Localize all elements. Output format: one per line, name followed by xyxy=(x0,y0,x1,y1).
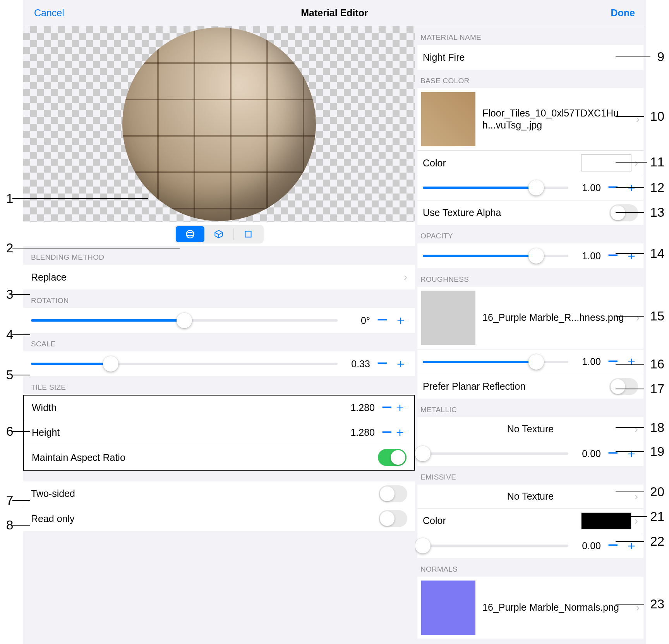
metallic-value: 0.00 xyxy=(574,448,601,459)
blending-method-row[interactable]: Replace › xyxy=(23,265,415,289)
roughness-planar-toggle[interactable] xyxy=(609,378,638,395)
tile-aspect-label: Maintain Aspect Ratio xyxy=(32,452,378,463)
metallic-slider-row: 0.00 − + xyxy=(417,441,643,466)
scale-value: 0.33 xyxy=(343,358,370,370)
svg-rect-2 xyxy=(245,231,251,237)
basecolor-slider[interactable] xyxy=(423,187,568,189)
roughness-texture-name: 16_Purple Marble_R...hness.png xyxy=(482,312,629,324)
callout-16: 16 xyxy=(650,357,664,372)
metallic-no-texture: No Texture xyxy=(507,423,554,435)
scale-increment[interactable]: + xyxy=(394,356,407,372)
material-name-row[interactable]: Night Fire xyxy=(417,45,643,70)
metallic-slider[interactable] xyxy=(423,452,568,455)
tile-height-value: 1.280 xyxy=(348,427,375,438)
header: Cancel Material Editor Done xyxy=(23,0,646,26)
roughness-slider[interactable] xyxy=(423,361,568,363)
tile-width-label: Width xyxy=(32,402,348,413)
tile-height-increment[interactable]: + xyxy=(393,425,407,440)
scale-slider[interactable] xyxy=(31,363,338,365)
callout-14: 14 xyxy=(650,246,664,261)
read-only-toggle[interactable] xyxy=(379,510,407,527)
rotation-slider[interactable] xyxy=(31,319,338,322)
preview-plane-button[interactable] xyxy=(234,226,262,242)
preview-sphere-button[interactable] xyxy=(176,226,204,242)
emissive-texture-row[interactable]: No Texture › xyxy=(417,485,643,509)
normals-thumb xyxy=(421,581,475,635)
basecolor-color-label: Color xyxy=(423,158,581,169)
roughness-decrement[interactable]: − xyxy=(606,359,619,363)
sphere-icon xyxy=(185,229,195,239)
tile-height-decrement[interactable]: − xyxy=(380,430,393,434)
read-only-row: Read only xyxy=(23,506,415,531)
section-scale: SCALE xyxy=(23,333,415,351)
basecolor-texture-row[interactable]: Floor_Tiles_10_0xl57TDXC1Huh...vuTsg_.jp… xyxy=(417,88,643,151)
rotation-value: 0° xyxy=(343,315,370,326)
callout-7: 7 xyxy=(6,493,13,508)
metallic-texture-row[interactable]: No Texture › xyxy=(417,417,643,441)
opacity-slider[interactable] xyxy=(423,255,568,257)
scale-row: 0.33 − + xyxy=(23,351,415,376)
preview-mode-segment[interactable] xyxy=(175,225,264,243)
preview-sphere xyxy=(122,27,316,221)
square-icon xyxy=(243,229,253,239)
roughness-increment[interactable]: + xyxy=(625,354,638,369)
rotation-increment[interactable]: + xyxy=(394,313,407,328)
basecolor-thumb xyxy=(421,92,475,146)
basecolor-swatch[interactable] xyxy=(581,154,631,171)
read-only-label: Read only xyxy=(31,513,379,524)
basecolor-slider-row: 1.00 − + xyxy=(417,175,643,200)
callout-22: 22 xyxy=(650,534,664,549)
section-rotation: ROTATION xyxy=(23,289,415,308)
svg-point-0 xyxy=(186,230,194,238)
callout-4: 4 xyxy=(6,327,13,342)
emissive-increment[interactable]: + xyxy=(625,538,638,553)
tile-height-label: Height xyxy=(32,427,348,438)
tile-aspect-toggle[interactable] xyxy=(378,449,407,466)
normals-texture-row[interactable]: 16_Purple Marble_Normals.png › xyxy=(417,577,643,639)
basecolor-texture-name: Floor_Tiles_10_0xl57TDXC1Huh...vuTsg_.jp… xyxy=(482,107,629,132)
cube-icon xyxy=(214,229,224,239)
callout-12: 12 xyxy=(650,180,664,195)
basecolor-decrement[interactable]: − xyxy=(606,185,619,189)
roughness-texture-row[interactable]: 16_Purple Marble_R...hness.png › xyxy=(417,287,643,349)
done-button[interactable]: Done xyxy=(611,7,635,19)
section-basecolor: BASE COLOR xyxy=(415,70,646,88)
section-matname: MATERIAL NAME xyxy=(415,26,646,45)
callout-8: 8 xyxy=(6,518,13,533)
scale-decrement[interactable]: − xyxy=(376,361,389,365)
tile-width-increment[interactable]: + xyxy=(393,400,407,415)
cancel-button[interactable]: Cancel xyxy=(34,7,64,19)
emissive-color-row[interactable]: Color › xyxy=(417,509,643,533)
emissive-slider[interactable] xyxy=(423,545,568,547)
callout-18: 18 xyxy=(650,420,664,435)
emissive-value: 0.00 xyxy=(574,540,601,552)
roughness-value: 1.00 xyxy=(574,356,601,367)
roughness-thumb xyxy=(421,291,475,345)
chevron-right-icon: › xyxy=(635,157,638,169)
opacity-increment[interactable]: + xyxy=(625,248,638,264)
metallic-increment[interactable]: + xyxy=(625,446,638,461)
chevron-right-icon: › xyxy=(636,312,640,324)
tile-width-decrement[interactable]: − xyxy=(380,405,393,409)
preview-cube-button[interactable] xyxy=(204,226,233,242)
basecolor-color-row[interactable]: Color › xyxy=(417,151,643,175)
section-blending: BLENDING METHOD xyxy=(23,246,415,265)
tile-width-value: 1.280 xyxy=(348,402,375,413)
emissive-decrement[interactable]: − xyxy=(606,543,619,547)
basecolor-slider-value: 1.00 xyxy=(574,182,601,194)
emissive-swatch[interactable] xyxy=(581,512,631,529)
callout-23: 23 xyxy=(650,597,664,611)
two-sided-toggle[interactable] xyxy=(379,485,407,502)
preview-3d[interactable] xyxy=(23,26,415,222)
material-name-value: Night Fire xyxy=(423,52,638,63)
chevron-right-icon: › xyxy=(636,113,640,125)
normals-texture-name: 16_Purple Marble_Normals.png xyxy=(482,601,629,613)
rotation-decrement[interactable]: − xyxy=(376,318,389,322)
callout-19: 19 xyxy=(650,444,664,459)
callout-1: 1 xyxy=(6,191,13,206)
tile-size-group: Width 1.280 − + Height 1.280 − + Maintai… xyxy=(23,395,415,471)
emissive-slider-row: 0.00 − + xyxy=(417,533,643,558)
chevron-right-icon: › xyxy=(636,601,640,614)
opacity-slider-row: 1.00 − + xyxy=(417,243,643,268)
tile-height-row: Height 1.280 − + xyxy=(24,420,414,445)
